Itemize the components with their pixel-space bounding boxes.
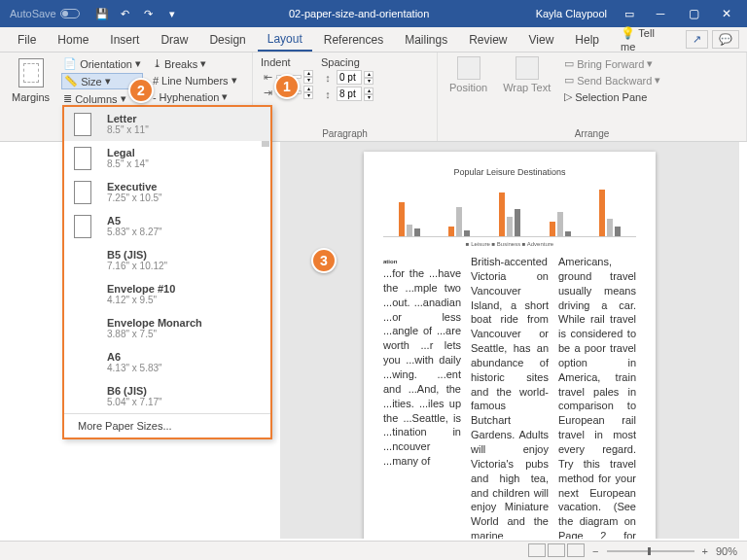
- status-bar: − + 90%: [0, 541, 747, 560]
- more-paper-sizes[interactable]: More Paper Sizes...: [64, 413, 270, 438]
- size-option-legal[interactable]: Legal8.5" x 14": [64, 141, 270, 175]
- view-buttons[interactable]: [526, 543, 585, 559]
- column-2: British-accented Victoria on Vancouver I…: [471, 255, 549, 539]
- share-button[interactable]: ↗: [686, 30, 708, 49]
- size-option-letter[interactable]: Letter8.5" x 11": [64, 107, 270, 141]
- tab-help[interactable]: Help: [565, 29, 609, 51]
- zoom-out[interactable]: −: [592, 545, 598, 557]
- spacing-before[interactable]: ↕0 pt▴▾: [321, 70, 374, 85]
- spacing-after[interactable]: ↕8 pt▴▾: [321, 87, 374, 101]
- tab-insert[interactable]: Insert: [100, 29, 149, 51]
- comments-button[interactable]: 💬: [712, 30, 739, 49]
- zoom-level[interactable]: 90%: [716, 545, 737, 557]
- callout-3: 3: [311, 248, 337, 273]
- ribbon-options-icon[interactable]: ▭: [615, 8, 644, 20]
- position-button: Position: [445, 56, 491, 126]
- margins-button[interactable]: Margins: [8, 56, 53, 126]
- ribbon-tabs: File Home Insert Draw Design Layout Refe…: [0, 27, 747, 52]
- tab-home[interactable]: Home: [48, 29, 98, 51]
- size-option-a6[interactable]: A64.13" x 5.83": [64, 345, 270, 379]
- margins-icon: [18, 58, 44, 88]
- tab-references[interactable]: References: [314, 29, 393, 51]
- tab-design[interactable]: Design: [199, 29, 255, 51]
- autosave-toggle[interactable]: AutoSave: [10, 8, 80, 19]
- size-option-envelope-monarch[interactable]: Envelope Monarch3.88" x 7.5": [64, 311, 270, 345]
- tab-draw[interactable]: Draw: [151, 29, 197, 51]
- size-option-b5-jis-[interactable]: B5 (JIS)7.16" x 10.12": [64, 243, 270, 277]
- arrange-label: Arrange: [445, 126, 738, 139]
- tab-mailings[interactable]: Mailings: [395, 29, 457, 51]
- size-option-envelope-10[interactable]: Envelope #104.12" x 9.5": [64, 277, 270, 311]
- document-area[interactable]: Popular Leisure Destinations ■ Leisure ■…: [280, 142, 739, 539]
- paragraph-label: Paragraph: [261, 126, 429, 139]
- save-icon[interactable]: 💾: [91, 3, 113, 24]
- spacing-title: Spacing: [321, 56, 374, 68]
- selection-pane-button[interactable]: ▷ Selection Pane: [562, 89, 662, 104]
- user-name[interactable]: Kayla Claypool: [536, 8, 607, 19]
- column-3: Americans, ground travel usually means d…: [558, 255, 636, 539]
- hyphenation-button[interactable]: - Hyphenation ▾: [151, 89, 239, 104]
- tab-file[interactable]: File: [8, 29, 46, 51]
- tab-layout[interactable]: Layout: [258, 28, 312, 52]
- undo-icon[interactable]: ↶: [115, 3, 136, 24]
- wrap-text-button: Wrap Text: [499, 56, 554, 126]
- chart: [383, 183, 636, 237]
- group-arrange: Position Wrap Text ▭ Bring Forward ▾ ▭ S…: [438, 52, 747, 141]
- breaks-button[interactable]: ⤓ Breaks ▾: [151, 56, 239, 71]
- tab-view[interactable]: View: [519, 29, 564, 51]
- callout-2: 2: [128, 78, 154, 103]
- chart-title: Popular Leisure Destinations: [383, 167, 636, 177]
- line-numbers-button[interactable]: # Line Numbers ▾: [151, 73, 239, 88]
- qat-more-icon[interactable]: ▾: [161, 3, 183, 24]
- size-option-a5[interactable]: A55.83" x 8.27": [64, 209, 270, 243]
- column-1: ation...for the ...have the ...mple two …: [383, 255, 461, 539]
- document-page: Popular Leisure Destinations ■ Leisure ■…: [364, 152, 656, 539]
- redo-icon[interactable]: ↷: [138, 3, 160, 24]
- size-dropdown: Letter8.5" x 11"Legal8.5" x 14"Executive…: [62, 105, 272, 439]
- callout-1: 1: [274, 74, 300, 99]
- tab-review[interactable]: Review: [459, 29, 516, 51]
- chart-legend: ■ Leisure ■ Business ■ Adventure: [383, 241, 636, 247]
- size-option-executive[interactable]: Executive7.25" x 10.5": [64, 175, 270, 209]
- size-option-b6-jis-[interactable]: B6 (JIS)5.04" x 7.17": [64, 379, 270, 413]
- maximize-button[interactable]: ▢: [677, 0, 710, 27]
- indent-title: Indent: [261, 56, 313, 68]
- zoom-slider[interactable]: [607, 550, 694, 552]
- bring-forward-button: ▭ Bring Forward ▾: [562, 56, 662, 71]
- send-backward-button: ▭ Send Backward ▾: [562, 73, 662, 88]
- close-button[interactable]: ✕: [710, 0, 743, 27]
- text-columns: ation...for the ...have the ...mple two …: [383, 255, 636, 539]
- document-title: 02-paper-size-and-orientation: [183, 8, 536, 19]
- orientation-button[interactable]: 📄 Orientation ▾: [61, 56, 143, 71]
- zoom-in[interactable]: +: [702, 545, 708, 557]
- quick-access-toolbar: 💾 ↶ ↷ ▾: [91, 3, 183, 24]
